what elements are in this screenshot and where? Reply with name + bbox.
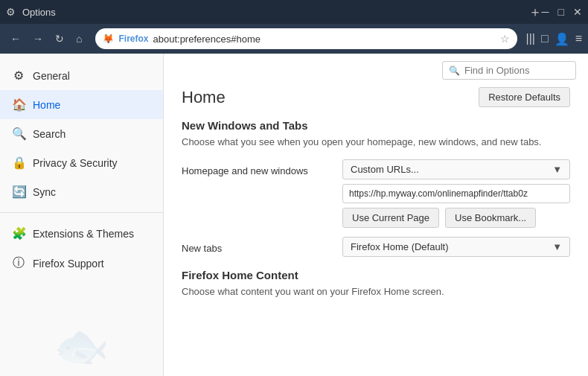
brand-label: Firefox [118,34,148,44]
newtabs-select[interactable]: Firefox Home (Default) ▼ [342,237,570,257]
minimize-button[interactable]: ─ [542,6,549,18]
lock-icon: 🔒 [12,156,25,170]
sidebar-item-support[interactable]: ⓘ Firefox Support [0,248,163,278]
find-input-wrap[interactable]: 🔍 [442,61,576,80]
menu-icon[interactable]: ≡ [575,32,582,45]
gear-icon: ⚙ [12,68,25,83]
use-bookmark-button[interactable]: Use Bookmark... [445,208,536,228]
info-icon: ⓘ [12,255,25,271]
sidebar-item-label: Home [33,99,60,111]
sidebar-divider [0,212,163,213]
form-control-homepage: Custom URLs... ▼ Use Current Page Use Bo… [342,159,570,228]
window-title: Options [22,7,528,18]
form-control-newtabs: Firefox Home (Default) ▼ [342,237,570,257]
tabs-icon[interactable]: □ [541,32,549,45]
address-bar[interactable]: 🦊 Firefox about:preferences#home ☆ [95,28,517,49]
chevron-down-icon: ▼ [552,241,562,252]
page-title-row: Home Restore Defaults [182,87,570,107]
find-icon: 🔍 [449,66,460,76]
extensions-icon: 🧩 [12,226,25,240]
nav-right-controls: ||| □ 👤 ≡ [526,32,582,46]
watermark: 🐟 [7,324,156,369]
bookmarks-icon[interactable]: ||| [526,32,535,45]
sidebar-item-label: General [33,70,70,82]
refresh-button[interactable]: ↻ [51,30,68,48]
maximize-button[interactable]: □ [558,6,564,18]
find-bar: 🔍 [164,54,588,80]
use-current-page-button[interactable]: Use Current Page [342,208,439,228]
homepage-select[interactable]: Custom URLs... ▼ [342,159,570,179]
sidebar-item-search[interactable]: 🔍 Search [0,119,163,148]
section-desc-new-windows: Choose what you see when you open your h… [182,136,570,147]
sidebar-item-label: Sync [33,186,56,198]
home-nav-button[interactable]: ⌂ [71,30,86,48]
sidebar-item-extensions[interactable]: 🧩 Extensions & Themes [0,219,163,248]
browser-icon: 🦊 [103,34,114,44]
sidebar-item-label: Search [33,128,65,140]
nav-bar: ← → ↻ ⌂ 🦊 Firefox about:preferences#home… [0,24,588,54]
sidebar-item-label: Privacy & Security [33,157,118,169]
sidebar: 🐟 ⚙ General 🏠 Home 🔍 Search 🔒 Privacy & … [0,54,164,376]
homepage-button-row: Use Current Page Use Bookmark... [342,208,570,228]
content-area: 🔍 Home Restore Defaults New Windows and … [164,54,588,376]
find-input[interactable] [464,65,569,76]
sidebar-item-home[interactable]: 🏠 Home [0,90,163,119]
back-button[interactable]: ← [6,30,25,48]
window-controls: ─ □ ✕ [542,6,582,18]
sidebar-item-general[interactable]: ⚙ General [0,61,163,90]
page-title: Home [182,88,226,107]
new-tab-button[interactable]: ＋ [528,3,542,21]
section-title-new-windows: New Windows and Tabs [182,119,570,132]
home-icon: 🏠 [12,98,25,112]
section-2-wrapper: Firefox Home Content Choose what content… [182,269,570,297]
forward-button[interactable]: → [28,30,48,48]
bookmark-star-icon[interactable]: ☆ [500,33,510,45]
homepage-select-value: Custom URLs... [351,164,419,175]
sidebar-item-sync[interactable]: 🔄 Sync [0,177,163,206]
sidebar-item-privacy[interactable]: 🔒 Privacy & Security [0,148,163,177]
sidebar-item-label: Extensions & Themes [33,228,134,240]
title-bar: ⚙ Options ＋ ─ □ ✕ [0,0,588,24]
form-label-newtabs: New tabs [182,237,330,254]
account-icon[interactable]: 👤 [555,32,569,46]
sync-icon: 🔄 [12,185,25,199]
content-inner: Home Restore Defaults New Windows and Ta… [164,80,588,324]
main-layout: 🐟 ⚙ General 🏠 Home 🔍 Search 🔒 Privacy & … [0,54,588,376]
form-row-newtabs: New tabs Firefox Home (Default) ▼ [182,237,570,257]
search-icon: 🔍 [12,127,25,141]
form-label-homepage: Homepage and new windows [182,159,330,176]
newtabs-select-value: Firefox Home (Default) [351,241,448,252]
section-title-home-content: Firefox Home Content [182,269,570,281]
close-button[interactable]: ✕ [573,6,582,18]
section-desc-home-content: Choose what content you want on your Fir… [182,286,570,297]
homepage-url-input[interactable] [342,184,570,203]
chevron-down-icon: ▼ [552,164,562,175]
url-display: about:preferences#home [153,34,495,45]
form-row-homepage: Homepage and new windows Custom URLs... … [182,159,570,228]
sidebar-item-label: Firefox Support [33,258,104,270]
app-icon: ⚙ [6,6,18,18]
restore-defaults-button[interactable]: Restore Defaults [479,87,570,107]
